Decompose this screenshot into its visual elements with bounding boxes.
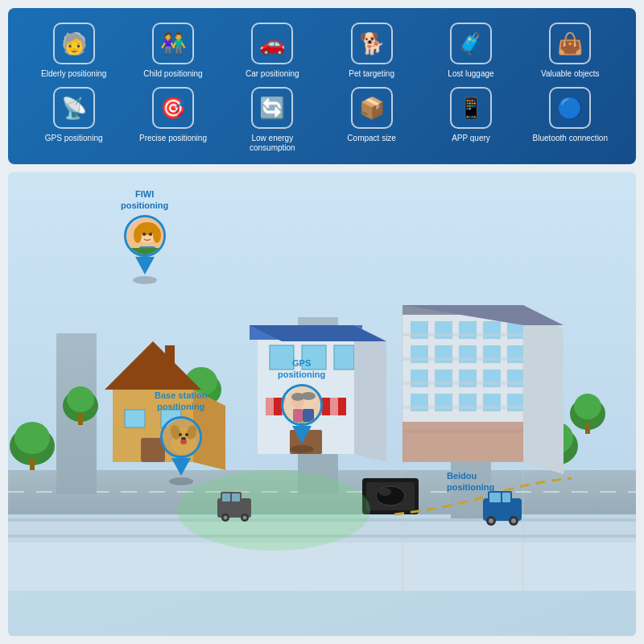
svg-point-114 [185, 433, 188, 436]
valuables-icon: 👜 [549, 23, 591, 64]
svg-point-90 [511, 518, 516, 523]
svg-marker-45 [354, 325, 386, 462]
pet-icon: 🐕 [351, 23, 393, 64]
svg-point-81 [378, 488, 391, 496]
icon-row-1: 🧓 Elderly positioning 👫 Child positionin… [24, 23, 620, 79]
svg-point-113 [179, 433, 182, 436]
gps-label: GPS positioning [45, 134, 103, 143]
svg-rect-31 [165, 345, 175, 365]
feature-luggage: 🧳 Lost luggage [431, 23, 511, 79]
precise-label: Precise positioning [139, 134, 207, 143]
energy-icon: 🔄 [251, 87, 293, 129]
svg-rect-107 [126, 248, 166, 257]
svg-rect-36 [266, 398, 274, 415]
luggage-label: Lost luggage [448, 69, 493, 79]
bluetooth-label: Bluetooth connection [533, 134, 608, 143]
svg-point-96 [224, 516, 228, 520]
pin-shadow-gps [290, 445, 314, 453]
svg-rect-72 [402, 406, 523, 409]
feature-valuables: 👜 Valuable objects [530, 23, 610, 79]
pin-gps: GPSpositioning [278, 357, 325, 453]
svg-point-116 [180, 440, 187, 444]
svg-rect-12 [30, 457, 35, 470]
feature-elderly: 🧓 Elderly positioning [34, 23, 114, 79]
svg-rect-85 [489, 493, 501, 502]
svg-rect-43 [334, 345, 354, 369]
energy-label: Low energy consumption [232, 134, 312, 153]
icon-panel: 🧓 Elderly positioning 👫 Child positionin… [8, 8, 636, 164]
svg-point-23 [574, 394, 601, 419]
icon-row-2: 📡 GPS positioning 🎯 Precise positioning … [24, 87, 620, 153]
gps-icon: 📡 [53, 87, 95, 129]
fiwi-avatar [124, 215, 166, 257]
feature-bluetooth: 🔵 Bluetooth connection [530, 87, 610, 143]
elderly-label: Elderly positioning [41, 69, 106, 79]
valuables-label: Valuable objects [541, 69, 600, 79]
beidou-label-container: Beidoupositioning [447, 470, 494, 493]
precise-icon: 🎯 [152, 87, 194, 129]
app-label: APP query [452, 134, 490, 143]
app-icon: 📱 [450, 87, 492, 129]
luggage-icon: 🧳 [450, 23, 492, 64]
bluetooth-icon: 🔵 [549, 87, 591, 129]
svg-rect-94 [232, 493, 240, 502]
svg-point-102 [134, 227, 142, 243]
car-label: Car positioning [246, 69, 299, 79]
compact-label: Compact size [347, 134, 396, 143]
main-container: 🧓 Elderly positioning 👫 Child positionin… [0, 0, 644, 644]
fiwi-label: FIWIpositioning [121, 188, 168, 212]
svg-rect-121 [293, 409, 303, 422]
feature-car: 🚗 Car positioning [232, 23, 312, 79]
svg-rect-93 [222, 493, 230, 502]
feature-compact: 📦 Compact size [332, 87, 412, 143]
feature-child: 👫 Child positioning [133, 23, 213, 79]
svg-rect-119 [303, 409, 314, 422]
feature-precise: 🎯 Precise positioning [133, 87, 213, 143]
car-icon: 🚗 [251, 23, 293, 64]
svg-point-103 [153, 227, 161, 243]
pin-point-gps [292, 426, 312, 444]
svg-rect-24 [585, 423, 590, 434]
base-label: Base stationpositioning [155, 390, 207, 413]
svg-point-88 [489, 518, 493, 523]
svg-rect-69 [402, 333, 523, 336]
pin-base: Base stationpositioning [155, 390, 207, 485]
svg-rect-9 [8, 543, 636, 591]
pin-point-base [171, 458, 191, 476]
svg-point-123 [291, 393, 304, 401]
pet-label: Pet targeting [349, 69, 394, 79]
gps-pos-label: GPSpositioning [278, 357, 325, 381]
svg-point-105 [149, 233, 152, 236]
svg-point-98 [243, 516, 247, 520]
child-label: Child positioning [143, 69, 202, 79]
svg-point-14 [67, 386, 94, 412]
feature-pet: 🐕 Pet targeting [332, 23, 412, 79]
gps-avatar [281, 384, 323, 426]
child-icon: 👫 [152, 23, 194, 64]
map-section: FIWIpositioning [8, 172, 636, 636]
compact-icon: 📦 [351, 87, 393, 129]
base-avatar [160, 416, 202, 458]
svg-rect-40 [330, 398, 338, 415]
svg-rect-70 [402, 357, 523, 361]
svg-point-104 [142, 233, 146, 236]
svg-rect-86 [502, 493, 510, 502]
svg-rect-15 [78, 414, 83, 425]
pin-point-fiwi [135, 257, 155, 275]
pin-shadow-base [169, 477, 193, 485]
elderly-icon: 🧓 [53, 23, 95, 64]
svg-rect-27 [125, 410, 145, 427]
pin-fiwi: FIWIpositioning [121, 188, 168, 284]
svg-rect-71 [402, 382, 523, 385]
svg-point-11 [14, 422, 50, 454]
svg-rect-124 [283, 422, 323, 426]
feature-app: 📱 APP query [431, 87, 511, 143]
svg-marker-75 [523, 309, 564, 474]
feature-gps: 📡 GPS positioning [34, 87, 114, 143]
beidou-label: Beidoupositioning [447, 470, 494, 493]
pin-shadow-fiwi [133, 276, 157, 284]
feature-energy: 🔄 Low energy consumption [232, 87, 312, 153]
svg-rect-74 [402, 422, 523, 462]
